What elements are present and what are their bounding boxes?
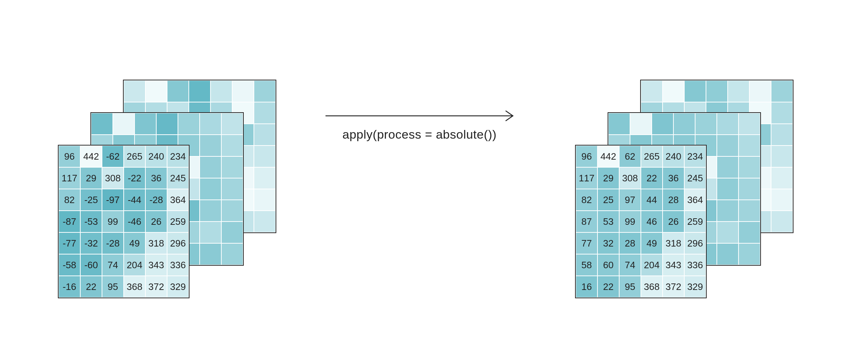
value-cell: 25 [597, 189, 619, 211]
shade-cell [739, 113, 760, 135]
value-cell: 234 [684, 146, 706, 167]
shade-cell [695, 113, 717, 135]
value-cell: 308 [102, 167, 124, 189]
shade-cell [717, 243, 739, 265]
shade-cell [221, 222, 243, 243]
value-cell: 28 [663, 189, 684, 211]
value-cell: 308 [619, 167, 641, 189]
value-cell: 22 [597, 276, 619, 298]
value-cell: 364 [167, 189, 189, 211]
transform-arrow: apply(process = absolute()) [326, 109, 514, 142]
output-cube: 9644262265240234117293082236245822597442… [575, 80, 763, 282]
value-cell: 97 [619, 189, 641, 211]
shade-cell [771, 80, 793, 102]
shade-cell [135, 113, 156, 135]
value-cell: 336 [684, 254, 706, 276]
value-cell: 265 [124, 146, 145, 167]
shade-cell [771, 124, 793, 146]
value-cell: 36 [145, 167, 167, 189]
value-cell: 234 [167, 146, 189, 167]
shade-cell [254, 80, 276, 102]
value-cell: 265 [641, 146, 663, 167]
shade-cell [717, 222, 739, 243]
shade-cell [641, 80, 663, 102]
shade-cell [254, 146, 276, 167]
shade-cell [739, 222, 760, 243]
shade-cell [739, 178, 760, 200]
value-cell: 95 [619, 276, 641, 298]
value-cell: 117 [576, 167, 597, 189]
value-cell: 74 [619, 254, 641, 276]
shade-cell [663, 80, 684, 102]
shade-cell [178, 113, 200, 135]
value-cell: -77 [59, 232, 80, 254]
value-cell: 117 [59, 167, 80, 189]
value-cell: 77 [576, 232, 597, 254]
value-cell: 60 [597, 254, 619, 276]
value-cell: -60 [80, 254, 102, 276]
shade-cell [717, 156, 739, 178]
value-cell: 318 [145, 232, 167, 254]
value-cell: 240 [145, 146, 167, 167]
value-cell: 296 [167, 232, 189, 254]
shade-cell [254, 124, 276, 146]
shade-cell [232, 80, 254, 102]
shade-cell [771, 102, 793, 124]
value-cell: 343 [663, 254, 684, 276]
shade-cell [749, 80, 771, 102]
shade-cell [113, 113, 135, 135]
shade-cell [210, 80, 232, 102]
shade-cell [706, 80, 728, 102]
shade-cell [771, 189, 793, 211]
shade-cell [221, 243, 243, 265]
value-cell: 259 [684, 211, 706, 232]
shade-cell [254, 167, 276, 189]
shade-cell [652, 113, 673, 135]
shade-cell [124, 80, 145, 102]
value-cell: 58 [576, 254, 597, 276]
shade-cell [717, 135, 739, 156]
value-cell: -46 [124, 211, 145, 232]
value-cell: 26 [663, 211, 684, 232]
shade-cell [673, 113, 695, 135]
value-cell: 204 [124, 254, 145, 276]
shade-cell [608, 113, 630, 135]
value-cell: -62 [102, 146, 124, 167]
shade-cell [254, 189, 276, 211]
value-cell: -22 [124, 167, 145, 189]
shade-cell [771, 167, 793, 189]
shade-cell [717, 113, 739, 135]
shade-cell [771, 146, 793, 167]
value-cell: 95 [102, 276, 124, 298]
value-cell: 36 [663, 167, 684, 189]
value-cell: -44 [124, 189, 145, 211]
shade-cell [221, 178, 243, 200]
value-cell: 204 [641, 254, 663, 276]
value-cell: 318 [663, 232, 684, 254]
value-cell: 372 [145, 276, 167, 298]
value-cell: 28 [619, 232, 641, 254]
input-cube: 96442-6226524023411729308-223624582-25-9… [58, 80, 246, 282]
shade-cell [200, 113, 221, 135]
value-cell: 62 [619, 146, 641, 167]
shade-cell [200, 135, 221, 156]
shade-cell [728, 80, 749, 102]
value-cell: 329 [684, 276, 706, 298]
shade-cell [739, 156, 760, 178]
value-cell: 49 [641, 232, 663, 254]
value-cell: 87 [576, 211, 597, 232]
value-cell: 368 [124, 276, 145, 298]
value-cell: 240 [663, 146, 684, 167]
value-cell: -87 [59, 211, 80, 232]
value-cell: -28 [145, 189, 167, 211]
shade-cell [630, 113, 652, 135]
output-layer-front: 9644262265240234117293082236245822597442… [575, 145, 707, 298]
value-cell: 22 [80, 276, 102, 298]
value-cell: 329 [167, 276, 189, 298]
shade-cell [254, 102, 276, 124]
value-cell: 32 [597, 232, 619, 254]
value-cell: 99 [619, 211, 641, 232]
shade-cell [221, 200, 243, 222]
shade-cell [254, 211, 276, 232]
value-cell: 336 [167, 254, 189, 276]
